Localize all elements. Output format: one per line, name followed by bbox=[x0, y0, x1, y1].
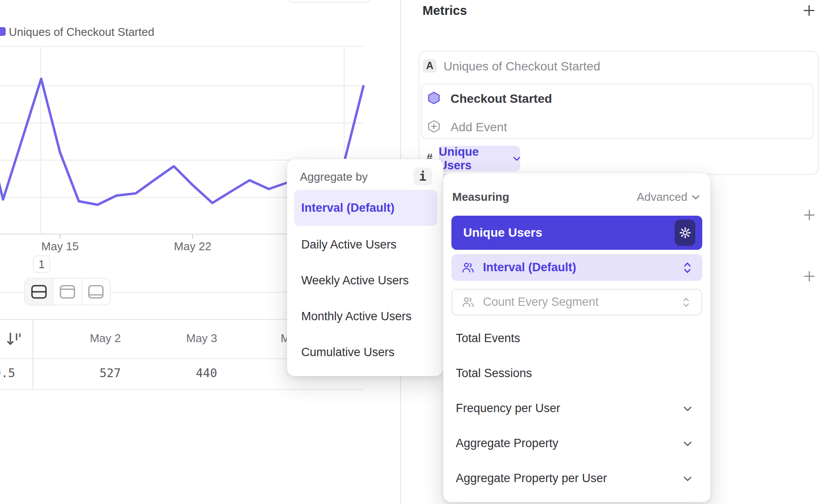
count-every-segment-label: Count Every Segment bbox=[483, 295, 599, 309]
plus-icon bbox=[803, 209, 816, 221]
chevron-down-icon bbox=[683, 476, 692, 482]
plus-icon bbox=[803, 270, 816, 283]
info-icon: i bbox=[419, 169, 426, 184]
interval-default-label: Interval (Default) bbox=[483, 261, 576, 274]
axis-tick-may22 bbox=[192, 234, 193, 239]
aggregate-item-weekly[interactable]: Weekly Active Users bbox=[301, 274, 409, 287]
add-metric-button[interactable] bbox=[803, 4, 816, 17]
axis-tick-may15 bbox=[60, 234, 60, 239]
plus-icon bbox=[803, 4, 816, 17]
aggregate-by-title: Aggregate by bbox=[300, 170, 368, 184]
add-event-icon[interactable] bbox=[427, 120, 440, 133]
gear-icon bbox=[679, 227, 691, 239]
aggregate-item-interval[interactable]: Interval (Default) bbox=[294, 190, 437, 226]
add-filter-button[interactable] bbox=[803, 209, 816, 221]
gridline-v1 bbox=[40, 46, 41, 234]
event-name[interactable]: Checkout Started bbox=[451, 92, 552, 106]
metric-a-title[interactable]: Uniques of Checkout Started bbox=[444, 60, 600, 74]
layout-top-icon bbox=[59, 284, 76, 299]
pagination-badge[interactable]: 1 bbox=[33, 256, 50, 273]
x-tick-label-may22: May 22 bbox=[174, 240, 211, 253]
layout-split-icon bbox=[31, 284, 47, 299]
gridline-h2 bbox=[0, 122, 363, 123]
measuring-title: Measuring bbox=[452, 190, 509, 204]
table-left-value: 0.5 bbox=[0, 366, 15, 380]
up-down-chevrons-icon bbox=[684, 262, 691, 274]
add-breakdown-button[interactable] bbox=[803, 270, 816, 283]
advanced-toggle[interactable]: Advanced bbox=[637, 190, 700, 204]
layout-bottom-icon bbox=[88, 284, 104, 299]
aggregate-item-label: Interval (Default) bbox=[301, 201, 394, 215]
aggregate-item-monthly[interactable]: Monthly Active Users bbox=[301, 310, 412, 323]
chevron-down-icon bbox=[683, 406, 692, 412]
measure-chip[interactable]: Unique Users bbox=[439, 146, 520, 172]
table-column-divider bbox=[32, 319, 33, 390]
up-down-chevrons-icon bbox=[683, 297, 689, 308]
add-event-label[interactable]: Add Event bbox=[451, 120, 507, 134]
info-button[interactable]: i bbox=[413, 168, 432, 186]
layout-split-button[interactable] bbox=[25, 279, 53, 304]
pagination-page-number: 1 bbox=[39, 258, 45, 271]
option-frequency-per-user[interactable]: Frequency per User bbox=[456, 402, 702, 415]
users-icon bbox=[461, 261, 475, 274]
option-aggregate-property-per-user[interactable]: Aggregate Property per User bbox=[456, 472, 702, 485]
option-total-events[interactable]: Total Events bbox=[456, 332, 520, 345]
app-root: Uniques of Checkout Started May 15 May 2… bbox=[0, 0, 831, 504]
chart-top-border bbox=[0, 46, 363, 47]
legend-label: Uniques of Checkout Started bbox=[9, 25, 154, 39]
option-label: Aggregate Property bbox=[456, 437, 558, 450]
layout-bottom-button[interactable] bbox=[82, 279, 110, 304]
layout-segmented-control bbox=[24, 278, 111, 305]
sort-icon[interactable] bbox=[5, 330, 23, 348]
chevron-down-icon bbox=[692, 195, 700, 200]
table-value-may3: 440 bbox=[196, 366, 217, 380]
layout-top-button[interactable] bbox=[53, 279, 82, 304]
measure-chip-label: Unique Users bbox=[439, 145, 509, 172]
measure-settings-button[interactable] bbox=[675, 220, 695, 246]
metrics-title: Metrics bbox=[423, 4, 467, 18]
table-row-bottom-border bbox=[0, 389, 363, 390]
option-label: Aggregate Property per User bbox=[456, 472, 607, 485]
chevron-down-icon bbox=[513, 156, 521, 161]
measure-row-label: Unique Users bbox=[463, 226, 542, 240]
aggregate-item-daily[interactable]: Daily Active Users bbox=[301, 238, 397, 252]
aggregate-item-cumulative[interactable]: Cumulative Users bbox=[301, 346, 394, 359]
table-header-may3[interactable]: May 3 bbox=[186, 332, 217, 345]
event-hexagon-icon bbox=[427, 91, 440, 105]
table-value-may2: 527 bbox=[99, 366, 121, 380]
option-total-sessions[interactable]: Total Sessions bbox=[456, 367, 532, 380]
aggregate-by-popover: Aggregate by i Interval (Default) Daily … bbox=[287, 159, 444, 376]
gridline-h1 bbox=[0, 85, 363, 86]
users-icon bbox=[461, 296, 475, 309]
top-clipped-button[interactable] bbox=[288, 0, 371, 3]
advanced-label: Advanced bbox=[637, 190, 687, 204]
metric-a-badge-letter: A bbox=[426, 60, 433, 72]
count-every-segment-row[interactable]: Count Every Segment bbox=[451, 289, 702, 315]
legend-swatch bbox=[0, 27, 6, 36]
measure-row-unique-users[interactable]: Unique Users bbox=[451, 216, 702, 250]
option-aggregate-property[interactable]: Aggregate Property bbox=[456, 437, 702, 450]
option-label: Frequency per User bbox=[456, 402, 560, 415]
table-header-may2[interactable]: May 2 bbox=[90, 332, 121, 345]
measuring-popover: Measuring Advanced Unique Users bbox=[443, 173, 711, 502]
chevron-down-icon bbox=[683, 441, 692, 447]
metric-a-badge: A bbox=[423, 59, 437, 73]
x-tick-label-may15: May 15 bbox=[41, 240, 78, 253]
interval-default-row[interactable]: Interval (Default) bbox=[451, 254, 702, 281]
